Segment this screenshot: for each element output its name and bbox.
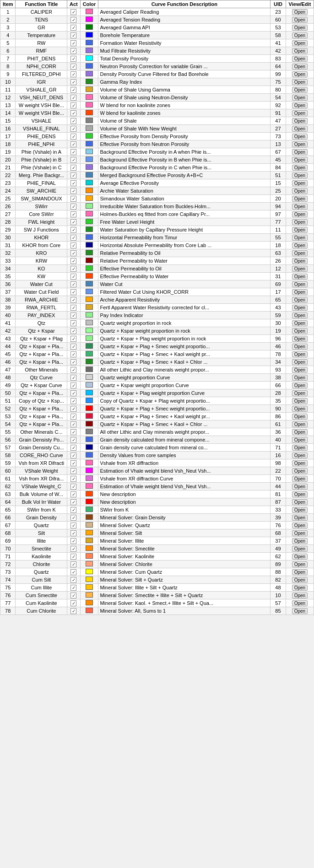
open-button[interactable]: Open <box>292 243 308 248</box>
cell-view-edit[interactable]: Open <box>286 265 314 273</box>
act-checkbox[interactable]: ✓ <box>70 569 76 575</box>
act-checkbox[interactable]: ✓ <box>70 538 76 544</box>
cell-view-edit[interactable]: Open <box>286 436 314 444</box>
act-checkbox[interactable]: ✓ <box>70 406 76 412</box>
cell-act[interactable]: ✓ <box>67 218 80 226</box>
open-button[interactable]: Open <box>292 538 308 544</box>
act-checkbox[interactable]: ✓ <box>70 141 76 147</box>
cell-act[interactable]: ✓ <box>67 78 80 86</box>
cell-view-edit[interactable]: Open <box>286 374 314 382</box>
cell-view-edit[interactable]: Open <box>286 117 314 125</box>
cell-act[interactable]: ✓ <box>67 498 80 506</box>
act-checkbox[interactable]: ✓ <box>70 608 76 614</box>
cell-act[interactable]: ✓ <box>67 32 80 39</box>
cell-act[interactable]: ✓ <box>67 312 80 319</box>
cell-act[interactable]: ✓ <box>67 327 80 335</box>
act-checkbox[interactable]: ✓ <box>70 499 76 505</box>
act-checkbox[interactable]: ✓ <box>70 421 76 427</box>
open-button[interactable]: Open <box>292 250 308 256</box>
cell-act[interactable]: ✓ <box>67 203 80 210</box>
cell-act[interactable]: ✓ <box>67 343 80 350</box>
act-checkbox[interactable]: ✓ <box>70 390 76 396</box>
act-checkbox[interactable]: ✓ <box>70 359 76 365</box>
cell-view-edit[interactable]: Open <box>286 273 314 280</box>
cell-act[interactable]: ✓ <box>67 8 80 16</box>
act-checkbox[interactable]: ✓ <box>70 40 76 46</box>
act-checkbox[interactable]: ✓ <box>70 243 76 248</box>
cell-view-edit[interactable]: Open <box>286 335 314 343</box>
cell-view-edit[interactable]: Open <box>286 599 314 607</box>
act-checkbox[interactable]: ✓ <box>70 110 76 116</box>
act-checkbox[interactable]: ✓ <box>70 64 76 70</box>
open-button[interactable]: Open <box>292 569 308 575</box>
act-checkbox[interactable]: ✓ <box>70 375 76 381</box>
cell-view-edit[interactable]: Open <box>286 545 314 553</box>
cell-view-edit[interactable]: Open <box>286 319 314 327</box>
cell-act[interactable]: ✓ <box>67 568 80 576</box>
open-button[interactable]: Open <box>292 468 308 474</box>
open-button[interactable]: Open <box>292 429 308 435</box>
act-checkbox[interactable]: ✓ <box>70 281 76 287</box>
open-button[interactable]: Open <box>292 297 308 303</box>
open-button[interactable]: Open <box>292 110 308 116</box>
cell-act[interactable]: ✓ <box>67 522 80 529</box>
open-button[interactable]: Open <box>292 180 308 186</box>
cell-view-edit[interactable]: Open <box>286 389 314 397</box>
act-checkbox[interactable]: ✓ <box>70 383 76 388</box>
cell-view-edit[interactable]: Open <box>286 16 314 24</box>
cell-act[interactable]: ✓ <box>67 397 80 405</box>
cell-act[interactable]: ✓ <box>67 576 80 584</box>
open-button[interactable]: Open <box>292 48 308 54</box>
cell-act[interactable]: ✓ <box>67 70 80 78</box>
act-checkbox[interactable]: ✓ <box>70 523 76 528</box>
act-checkbox[interactable]: ✓ <box>70 211 76 217</box>
open-button[interactable]: Open <box>292 554 308 560</box>
act-checkbox[interactable]: ✓ <box>70 204 76 210</box>
cell-act[interactable]: ✓ <box>67 47 80 55</box>
cell-view-edit[interactable]: Open <box>286 366 314 374</box>
open-button[interactable]: Open <box>292 211 308 217</box>
cell-act[interactable]: ✓ <box>67 86 80 94</box>
open-button[interactable]: Open <box>292 491 308 497</box>
open-button[interactable]: Open <box>292 313 308 318</box>
cell-act[interactable]: ✓ <box>67 444 80 452</box>
cell-act[interactable]: ✓ <box>67 374 80 382</box>
cell-view-edit[interactable]: Open <box>286 475 314 483</box>
act-checkbox[interactable]: ✓ <box>70 429 76 435</box>
cell-act[interactable]: ✓ <box>67 545 80 553</box>
act-checkbox[interactable]: ✓ <box>70 491 76 497</box>
cell-view-edit[interactable]: Open <box>286 607 314 615</box>
cell-act[interactable]: ✓ <box>67 599 80 607</box>
cell-act[interactable]: ✓ <box>67 467 80 475</box>
act-checkbox[interactable]: ✓ <box>70 126 76 132</box>
act-checkbox[interactable]: ✓ <box>70 118 76 124</box>
act-checkbox[interactable]: ✓ <box>70 266 76 272</box>
open-button[interactable]: Open <box>292 266 308 272</box>
open-button[interactable]: Open <box>292 258 308 264</box>
cell-act[interactable]: ✓ <box>67 553 80 561</box>
act-checkbox[interactable]: ✓ <box>70 546 76 552</box>
open-button[interactable]: Open <box>292 40 308 46</box>
cell-act[interactable]: ✓ <box>67 16 80 24</box>
act-checkbox[interactable]: ✓ <box>70 258 76 264</box>
cell-view-edit[interactable]: Open <box>286 102 314 109</box>
cell-view-edit[interactable]: Open <box>286 491 314 498</box>
cell-act[interactable]: ✓ <box>67 172 80 179</box>
open-button[interactable]: Open <box>292 359 308 365</box>
open-button[interactable]: Open <box>292 530 308 536</box>
cell-view-edit[interactable]: Open <box>286 242 314 249</box>
open-button[interactable]: Open <box>292 173 308 178</box>
open-button[interactable]: Open <box>292 390 308 396</box>
act-checkbox[interactable]: ✓ <box>70 600 76 606</box>
cell-view-edit[interactable]: Open <box>286 459 314 467</box>
open-button[interactable]: Open <box>292 437 308 443</box>
cell-act[interactable]: ✓ <box>67 148 80 156</box>
open-button[interactable]: Open <box>292 375 308 381</box>
act-checkbox[interactable]: ✓ <box>70 219 76 225</box>
open-button[interactable]: Open <box>292 141 308 147</box>
cell-act[interactable]: ✓ <box>67 242 80 249</box>
open-button[interactable]: Open <box>292 134 308 140</box>
cell-act[interactable]: ✓ <box>67 335 80 343</box>
act-checkbox[interactable]: ✓ <box>70 414 76 420</box>
open-button[interactable]: Open <box>292 484 308 490</box>
